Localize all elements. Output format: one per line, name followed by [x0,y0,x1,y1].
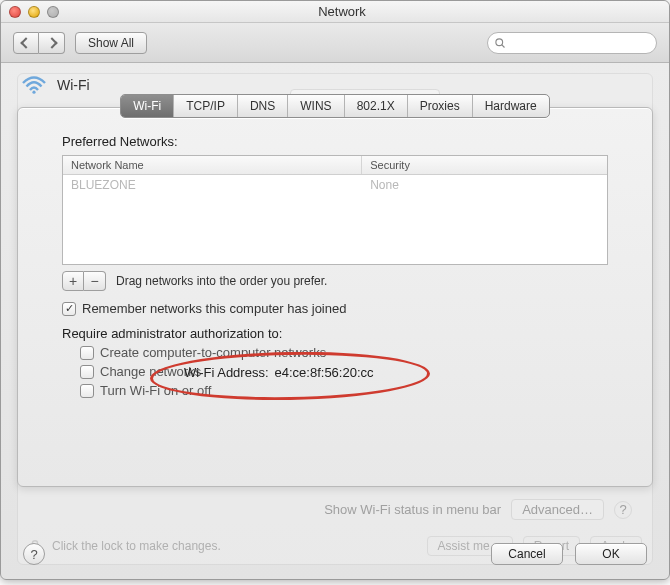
advanced-sheet: Wi-Fi TCP/IP DNS WINS 802.1X Proxies Har… [17,107,653,487]
remember-networks-label: Remember networks this computer has join… [82,301,346,316]
preferred-networks-table[interactable]: Network Name Security BLUEZONE None [62,155,608,265]
tab-hardware[interactable]: Hardware [472,95,549,117]
admin-create-networks-label: Create computer-to-computer networks [100,345,326,360]
window-title: Network [23,4,661,19]
tab-8021x[interactable]: 802.1X [344,95,407,117]
chevron-left-icon [20,37,31,48]
tab-wins[interactable]: WINS [287,95,343,117]
search-input[interactable] [510,36,650,50]
close-window-button[interactable] [9,6,21,18]
titlebar: Network [1,1,669,23]
drag-hint: Drag networks into the order you prefer. [116,274,327,288]
add-network-button[interactable]: + [62,271,84,291]
tab-proxies[interactable]: Proxies [407,95,472,117]
wifi-address-label: Wi-Fi Address: [184,365,269,380]
back-button[interactable] [13,32,39,54]
admin-toggle-wifi-checkbox[interactable] [80,384,94,398]
cancel-button[interactable]: Cancel [491,543,563,565]
ok-button[interactable]: OK [575,543,647,565]
admin-create-networks-checkbox[interactable] [80,346,94,360]
tab-dns[interactable]: DNS [237,95,287,117]
help-button[interactable]: ? [23,543,45,565]
column-network-name[interactable]: Network Name [63,156,362,174]
nav-segment [13,32,65,54]
remember-networks-checkbox[interactable] [62,302,76,316]
admin-change-networks-checkbox[interactable] [80,365,94,379]
svg-line-1 [502,44,505,47]
wifi-address-row: Wi-Fi Address: e4:ce:8f:56:20:cc [184,365,374,380]
tab-tcpip[interactable]: TCP/IP [173,95,237,117]
column-security[interactable]: Security [362,156,607,174]
chevron-right-icon [46,37,57,48]
show-all-button[interactable]: Show All [75,32,147,54]
remove-network-button[interactable]: − [84,271,106,291]
preferred-networks-label: Preferred Networks: [62,134,608,149]
wifi-address-value: e4:ce:8f:56:20:cc [275,365,374,380]
admin-toggle-wifi-label: Turn Wi-Fi on or off [100,383,211,398]
toolbar: Show All [1,23,669,63]
cell-network-name: BLUEZONE [63,175,362,195]
admin-auth-label: Require administrator authorization to: [62,326,608,341]
svg-point-0 [496,38,503,45]
table-row[interactable]: BLUEZONE None [63,175,607,195]
tab-bar: Wi-Fi TCP/IP DNS WINS 802.1X Proxies Har… [120,94,549,118]
forward-button[interactable] [39,32,65,54]
search-field[interactable] [487,32,657,54]
tab-wifi[interactable]: Wi-Fi [121,95,173,117]
sheet-title: Wi-Fi [57,77,90,93]
wifi-icon [21,75,47,95]
cell-security: None [362,175,607,195]
search-icon [494,37,506,49]
system-preferences-window: Network Show All Location: Automatic Eth… [0,0,670,580]
